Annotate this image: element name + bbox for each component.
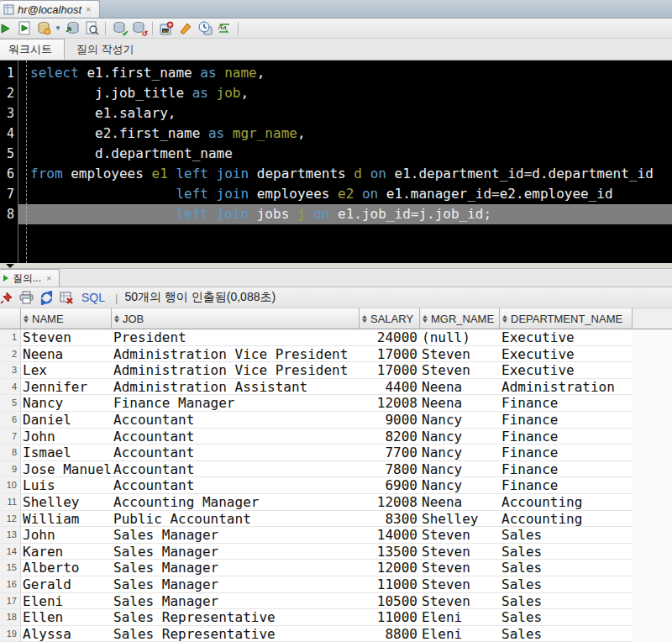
run-statement-icon[interactable] (0, 20, 13, 37)
cell-name[interactable]: Gerald (21, 576, 112, 593)
row-number[interactable]: 7 (0, 429, 21, 445)
code-text[interactable]: d.department_name (18, 144, 672, 164)
execution-timer-icon[interactable] (197, 20, 213, 37)
cell-department-name[interactable]: Finance (500, 477, 633, 494)
column-header-job[interactable]: JOB (112, 308, 360, 329)
cell-salary[interactable]: 8300 (360, 511, 420, 528)
table-row[interactable]: 18EllenSales Representative11000EleniSal… (0, 609, 672, 626)
autotrace-icon[interactable] (35, 20, 52, 37)
cell-department-name[interactable]: Sales (500, 593, 633, 610)
cell-salary[interactable]: 7700 (360, 445, 420, 461)
cell-mgr-name[interactable]: Nancy (420, 461, 500, 478)
cell-department-name[interactable]: Sales (500, 544, 633, 560)
cell-salary[interactable]: 12000 (360, 560, 420, 576)
table-row[interactable]: 2NeenaAdministration Vice President17000… (0, 346, 672, 363)
code-line[interactable]: 3 e1.salary, (0, 103, 672, 124)
column-header-mgr_name[interactable]: MGR_NAME (420, 308, 500, 329)
tab-query-builder[interactable]: 질의 작성기 (65, 39, 146, 60)
row-number[interactable]: 12 (0, 511, 21, 528)
cell-department-name[interactable]: Accounting (500, 511, 633, 528)
code-line[interactable]: 8 left join jobs j on e1.job_id=j.job_id… (0, 204, 672, 224)
cell-job[interactable]: Administration Assistant (112, 379, 360, 396)
table-row[interactable]: 10LuisAccountant6900NancyFinance (0, 477, 672, 494)
row-number[interactable]: 11 (0, 494, 21, 511)
cell-salary[interactable]: 12008 (360, 395, 420, 412)
cell-mgr-name[interactable]: Eleni (420, 626, 500, 642)
cell-mgr-name[interactable]: Nancy (420, 445, 500, 461)
table-row[interactable]: 9Jose ManuelAccountant7800NancyFinance (0, 461, 672, 478)
cell-department-name[interactable]: Sales (500, 576, 633, 593)
query-find-icon[interactable] (83, 20, 100, 37)
column-header-salary[interactable]: SALARY (360, 308, 420, 329)
cell-salary[interactable]: 7800 (360, 461, 420, 478)
cell-job[interactable]: Sales Manager (112, 544, 360, 560)
cell-job[interactable]: Accountant (112, 429, 360, 445)
code-line[interactable]: 2 j.job_title as job, (0, 83, 672, 103)
cell-salary[interactable]: 10500 (360, 593, 420, 610)
cell-job[interactable]: Administration Vice President (112, 362, 360, 379)
cell-job[interactable]: Accountant (112, 461, 360, 478)
code-line[interactable]: 4 e2.first_name as mgr_name, (0, 124, 672, 144)
code-text[interactable]: left join employees e2 on e1.manager_id=… (18, 184, 672, 204)
tab-query-result[interactable]: 질의... × (0, 269, 60, 287)
cell-salary[interactable]: 4400 (360, 379, 420, 396)
cell-department-name[interactable]: Administration (500, 379, 633, 396)
delete-result-icon[interactable] (58, 289, 75, 306)
row-number[interactable]: 4 (0, 379, 21, 396)
explain-plan-icon[interactable] (64, 20, 81, 37)
cell-job[interactable]: Accountant (112, 412, 360, 429)
code-line[interactable]: 5 d.department_name (0, 144, 672, 164)
sql-editor[interactable]: 1select e1.first_name as name,2 j.job_ti… (0, 61, 672, 263)
cell-name[interactable]: Alyssa (21, 626, 112, 642)
cell-mgr-name[interactable]: Neena (420, 494, 500, 511)
cell-name[interactable]: Lex (21, 362, 112, 379)
row-number[interactable]: 9 (0, 461, 21, 478)
cell-job[interactable]: Sales Manager (112, 560, 360, 576)
cell-job[interactable]: Sales Representative (112, 626, 360, 642)
change-case-icon[interactable]: Aa (216, 20, 233, 37)
cell-name[interactable]: Ismael (21, 445, 112, 461)
table-row[interactable]: 5NancyFinance Manager12008NeenaFinance (0, 395, 672, 412)
cell-salary[interactable]: 13500 (360, 544, 420, 560)
row-number[interactable]: 1 (0, 329, 21, 346)
table-row[interactable]: 8IsmaelAccountant7700NancyFinance (0, 445, 672, 461)
run-script-icon[interactable] (16, 20, 33, 37)
column-header-department_name[interactable]: DEPARTMENT_NAME (500, 308, 633, 329)
row-number[interactable]: 5 (0, 395, 21, 412)
close-icon[interactable]: × (85, 5, 92, 13)
sql-history-icon[interactable]: SQL (158, 20, 175, 37)
cell-salary[interactable]: 17000 (360, 346, 420, 363)
code-text[interactable]: select e1.first_name as name, (18, 63, 672, 83)
refresh-icon[interactable] (38, 289, 55, 306)
row-number[interactable]: 16 (0, 576, 21, 593)
cell-salary[interactable]: 9000 (360, 412, 420, 429)
code-line[interactable]: 7 left join employees e2 on e1.manager_i… (0, 184, 672, 204)
cell-name[interactable]: Luis (21, 477, 112, 494)
tab-worksheet[interactable]: 워크시트 (0, 39, 65, 60)
row-number[interactable]: 3 (0, 362, 21, 379)
print-icon[interactable] (18, 289, 34, 306)
cell-job[interactable]: Sales Manager (112, 527, 360, 544)
table-row[interactable]: 3LexAdministration Vice President17000St… (0, 362, 672, 379)
code-line[interactable]: 1select e1.first_name as name, (0, 63, 672, 83)
pin-icon[interactable] (0, 289, 14, 306)
cell-department-name[interactable]: Sales (500, 609, 633, 626)
cell-job[interactable]: Public Accountant (112, 511, 360, 528)
row-number[interactable]: 14 (0, 544, 21, 560)
cell-mgr-name[interactable]: Nancy (420, 412, 500, 429)
cell-department-name[interactable]: Executive (500, 329, 633, 346)
table-row[interactable]: 1StevenPresident24000(null)Executive (0, 329, 672, 346)
chevron-down-icon[interactable]: ▼ (55, 20, 61, 37)
row-number[interactable]: 2 (0, 346, 21, 363)
table-row[interactable]: 19AlyssaSales Representative8800EleniSal… (0, 626, 672, 642)
commit-icon[interactable]: ✔ (111, 20, 128, 37)
table-row[interactable]: 17EleniSales Manager10500StevenSales (0, 593, 672, 610)
cell-salary[interactable]: 11000 (360, 576, 420, 593)
cell-mgr-name[interactable]: Steven (420, 560, 500, 576)
cell-name[interactable]: Shelley (21, 494, 112, 511)
cell-department-name[interactable]: Accounting (500, 494, 633, 511)
cell-name[interactable]: Ellen (21, 609, 112, 626)
close-icon[interactable]: × (45, 274, 52, 282)
table-row[interactable]: 16GeraldSales Manager11000StevenSales (0, 576, 672, 593)
table-row[interactable]: 6DanielAccountant9000NancyFinance (0, 412, 672, 429)
